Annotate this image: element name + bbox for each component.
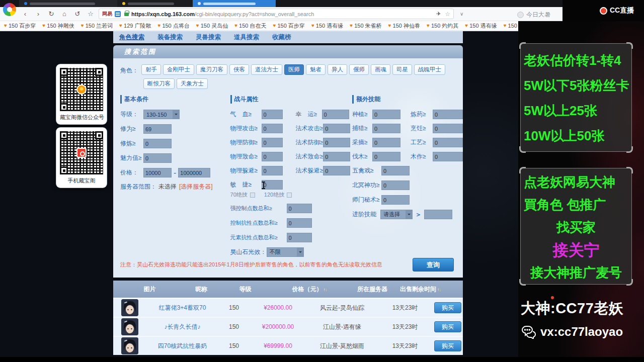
- toolbar-icon[interactable]: ☆: [87, 10, 95, 18]
- nickname-link[interactable]: 红薯佬3+4蓄双70: [146, 304, 219, 312]
- query-button[interactable]: 查询: [413, 258, 454, 272]
- choose-server-link[interactable]: [选择服务器]: [179, 183, 213, 191]
- column-header[interactable]: 昵称↑↓: [186, 285, 216, 294]
- field-input[interactable]: [323, 124, 350, 133]
- sort-arrows-icon[interactable]: ↑↓: [437, 287, 441, 292]
- field-input[interactable]: [262, 138, 283, 147]
- checkbox-box[interactable]: [287, 193, 292, 198]
- stone-light-select[interactable]: 不限: [267, 247, 304, 257]
- role-filter-button[interactable]: 魔刃刀客: [196, 64, 227, 75]
- field-input[interactable]: [322, 110, 349, 119]
- chevron-down-icon[interactable]: ∨: [460, 11, 463, 17]
- toolbar-icon[interactable]: ↻: [47, 10, 55, 18]
- role-filter-button[interactable]: 医师: [284, 64, 304, 75]
- role-filter-button[interactable]: 断恨刀客: [143, 78, 175, 89]
- field-input[interactable]: [262, 124, 283, 133]
- role-filter-button[interactable]: 画魂: [371, 64, 390, 75]
- field-input[interactable]: [433, 152, 463, 161]
- toolbar-icon[interactable]: ›: [34, 10, 42, 18]
- role-filter-button[interactable]: 魅者: [306, 64, 326, 75]
- role-filter-button[interactable]: 战魄甲士: [414, 64, 445, 75]
- field-input[interactable]: [287, 218, 312, 228]
- field-input[interactable]: [372, 152, 400, 161]
- bookmark-item[interactable]: ♥ 150 点将台: [157, 22, 189, 30]
- field-input[interactable]: [381, 180, 410, 190]
- sort-arrows-icon[interactable]: ↑↓: [324, 287, 327, 292]
- url-bar[interactable]: 网易 https://xqn.cbg.163.com/cgi-bin/equip…: [99, 9, 454, 19]
- level-select[interactable]: 130-150: [143, 110, 180, 119]
- toolbar-icon[interactable]: ⌂: [60, 10, 68, 18]
- bookmark-item[interactable]: ♥ 150 神雕侠: [42, 22, 74, 30]
- toolbar-icon[interactable]: ‹: [21, 10, 29, 18]
- buy-button[interactable]: 购买: [434, 321, 461, 332]
- field-input[interactable]: [433, 138, 463, 147]
- browser-tab-active[interactable]: [193, 0, 276, 7]
- role-filter-button[interactable]: 偃师: [349, 64, 369, 75]
- skill-checkbox[interactable]: 70绝技: [230, 191, 255, 199]
- browser-tab[interactable]: [117, 0, 193, 7]
- role-filter-button[interactable]: 金刚甲士: [163, 64, 194, 75]
- role-filter-button[interactable]: 侠客: [229, 64, 249, 75]
- field-input[interactable]: [323, 152, 350, 161]
- field-input[interactable]: [287, 204, 312, 213]
- character-avatar[interactable]: [113, 318, 146, 335]
- checkbox-box[interactable]: [250, 193, 255, 198]
- nickname-link[interactable]: 四70核武抗性暴奶: [146, 342, 219, 350]
- translate-icon[interactable]: [115, 11, 121, 17]
- bookmark-item[interactable]: ♥ 150 遇有缘: [465, 22, 497, 30]
- bookmark-item[interactable]: ♥ 150 自在天: [234, 22, 266, 30]
- favorite-icon[interactable]: ☆: [445, 11, 450, 18]
- character-avatar[interactable]: [113, 337, 146, 354]
- page-nav-tab[interactable]: 装备搜索: [157, 33, 183, 42]
- xiuwei-input[interactable]: [143, 124, 172, 134]
- buy-button[interactable]: 购买: [434, 340, 461, 351]
- bookmark-item[interactable]: ♥ 129 广陵散: [119, 22, 151, 30]
- field-input[interactable]: [381, 166, 410, 175]
- bookmark-item[interactable]: ♥ 150 兰若词: [81, 22, 113, 30]
- bookmark-item[interactable]: ♥ 150 百步穿: [273, 22, 305, 30]
- page-nav-tab[interactable]: 灵兽搜索: [196, 33, 221, 42]
- column-header[interactable]: 价格（元）↑↓: [274, 285, 345, 294]
- column-header[interactable]: 等级↑↓: [216, 285, 274, 294]
- bookmark-item[interactable]: ♥ 150 灼灼其: [427, 22, 458, 30]
- field-input[interactable]: [381, 195, 410, 205]
- bookmark-item[interactable]: ♥ 150 广陵散: [504, 22, 518, 30]
- field-input[interactable]: [262, 110, 283, 119]
- nickname-link[interactable]: ♪长青久长倩♪: [146, 323, 219, 331]
- skill-checkbox[interactable]: 120绝技: [264, 191, 292, 199]
- field-input[interactable]: [262, 166, 283, 175]
- column-header[interactable]: 所在服务器↑↓: [345, 285, 400, 294]
- field-input[interactable]: [372, 110, 400, 119]
- field-input[interactable]: [262, 152, 283, 161]
- buy-button[interactable]: 购买: [434, 302, 461, 313]
- page-nav-tab[interactable]: 道具搜索: [234, 33, 259, 42]
- role-filter-button[interactable]: 异人: [328, 64, 347, 75]
- role-filter-button[interactable]: 射手: [141, 64, 161, 75]
- charm-input[interactable]: [143, 153, 172, 163]
- field-input[interactable]: [323, 166, 350, 175]
- toolbar-icon[interactable]: ↺: [73, 10, 82, 18]
- field-input[interactable]: [433, 124, 463, 133]
- advanced-skill-input[interactable]: [424, 210, 452, 219]
- field-input[interactable]: [372, 138, 400, 147]
- field-input[interactable]: [323, 138, 350, 147]
- send-icon[interactable]: ✈: [436, 11, 441, 17]
- role-filter-button[interactable]: 天象方士: [177, 78, 208, 89]
- advanced-skill-select[interactable]: 请选择: [380, 210, 413, 219]
- bookmark-item[interactable]: ♥ 150 遇有缘: [311, 22, 343, 30]
- character-avatar[interactable]: [113, 299, 146, 316]
- page-nav-tab[interactable]: 角色搜索: [119, 33, 144, 42]
- column-header[interactable]: 出售剩余时间↑↓: [400, 285, 441, 294]
- bookmark-item[interactable]: ♥ 150 灵岛仙: [196, 22, 228, 30]
- price-min-input[interactable]: [143, 168, 172, 177]
- weather-widget[interactable]: 今日大暑: [517, 11, 550, 19]
- bookmark-item[interactable]: ♥ 150 朱雀桥: [350, 22, 381, 30]
- price-max-input[interactable]: [178, 168, 210, 177]
- column-header[interactable]: 图片↑↓: [113, 285, 186, 294]
- role-filter-button[interactable]: 道法方士: [251, 64, 282, 75]
- xiulian-input[interactable]: [143, 139, 172, 148]
- bookmark-item[interactable]: ♥ 150 百步穿: [4, 22, 36, 30]
- browser-tab[interactable]: [19, 0, 117, 7]
- page-nav-tab[interactable]: 收藏榜: [272, 33, 291, 42]
- browser-logo-icon[interactable]: [3, 3, 16, 16]
